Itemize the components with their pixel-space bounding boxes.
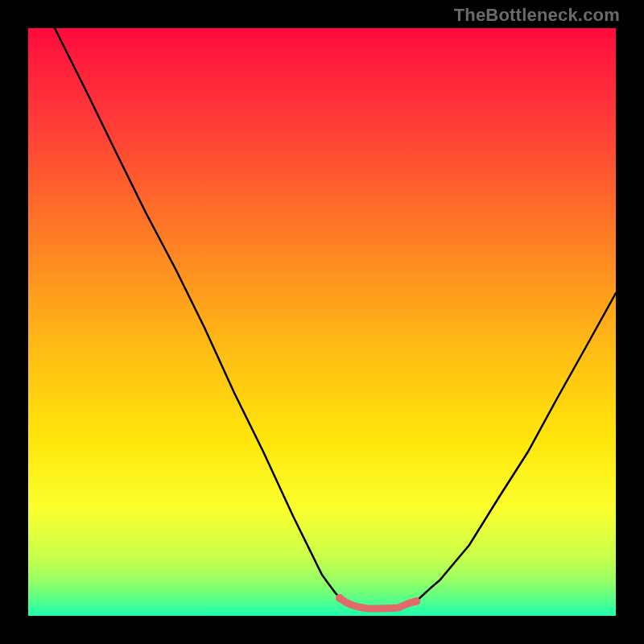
optimal-range-highlight [340, 598, 416, 609]
plot-area [28, 28, 616, 616]
watermark-text: TheBottleneck.com [454, 5, 620, 26]
curve-layer [28, 28, 616, 616]
chart-frame: TheBottleneck.com [0, 0, 644, 644]
bottleneck-curve [55, 28, 616, 609]
highlight-endpoint-right [412, 597, 420, 605]
highlight-endpoint-left [336, 594, 344, 602]
